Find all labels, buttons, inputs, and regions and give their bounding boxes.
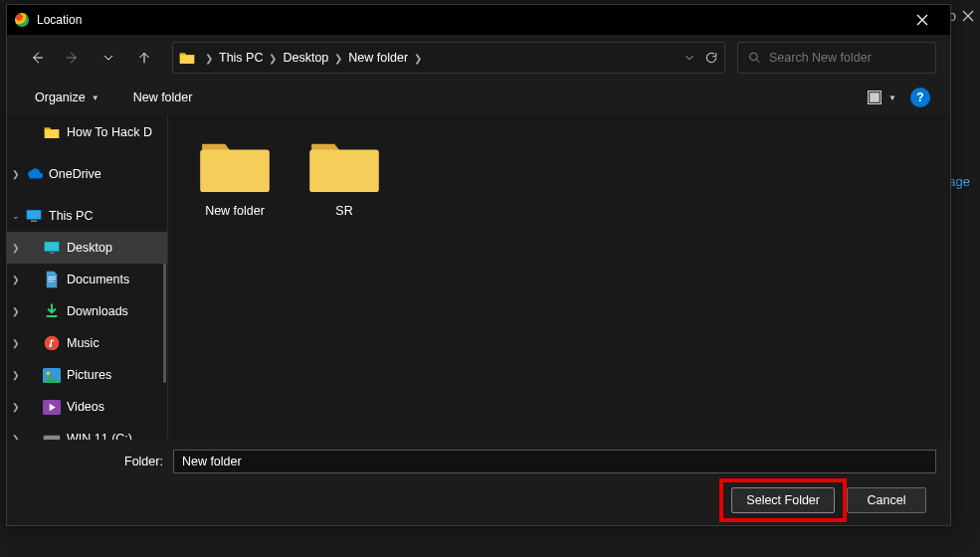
- chevron-right-icon: ❯: [332, 53, 344, 64]
- chevron-icon: ❯: [7, 169, 25, 179]
- toolbar: Organize▼ New folder ▼ ?: [7, 81, 950, 114]
- close-icon: [916, 14, 928, 26]
- search-box[interactable]: [737, 42, 936, 74]
- sidebar-item-label: This PC: [49, 209, 93, 223]
- help-button[interactable]: ?: [910, 88, 930, 107]
- sidebar-item-how-to-hack-d[interactable]: How To Hack D: [7, 116, 167, 148]
- dialog-footer: Folder: Select Folder Cancel: [7, 440, 950, 525]
- recent-button[interactable]: [93, 42, 124, 74]
- svg-rect-18: [309, 150, 379, 193]
- sidebar-item-label: How To Hack D: [67, 125, 152, 139]
- folder-icon: [179, 51, 195, 65]
- sidebar-item-downloads[interactable]: ❯Downloads: [7, 295, 167, 327]
- sidebar-item-videos[interactable]: ❯Videos: [7, 391, 167, 423]
- breadcrumb-item[interactable]: This PC: [215, 49, 267, 67]
- chevron-icon: ❯: [7, 306, 25, 316]
- onedrive-icon: [25, 166, 43, 182]
- view-icon: [867, 90, 882, 105]
- sidebar-item-documents[interactable]: ❯Documents: [7, 264, 167, 295]
- caret-down-icon[interactable]: ▼: [888, 93, 896, 102]
- body-area: How To Hack D❯OneDrive⌄This PC❯Desktop❯D…: [7, 114, 950, 440]
- svg-rect-17: [200, 150, 270, 193]
- sidebar-item-label: Desktop: [67, 241, 112, 255]
- search-icon: [748, 51, 761, 65]
- videos-icon: [43, 399, 61, 415]
- file-picker-dialog: Location ❯ This PC ❯ Desktop ❯ New folde…: [6, 4, 951, 526]
- sidebar-item-label: Downloads: [67, 304, 128, 318]
- downloads-icon: [43, 303, 61, 319]
- close-button[interactable]: [902, 5, 942, 35]
- sidebar-item-label: WIN 11 (C:): [67, 432, 132, 440]
- sidebar-item-label: Documents: [67, 273, 129, 286]
- chevron-right-icon: ❯: [267, 53, 279, 64]
- folder-item[interactable]: New folder: [190, 132, 280, 222]
- desktop-icon: [43, 240, 61, 256]
- svg-rect-8: [50, 253, 55, 255]
- breadcrumbs: ❯ This PC ❯ Desktop ❯ New folder ❯: [203, 49, 683, 67]
- back-button[interactable]: [21, 42, 53, 74]
- music-icon: [43, 335, 61, 351]
- pictures-icon: [43, 367, 61, 383]
- chevron-down-icon: [100, 50, 116, 66]
- svg-rect-2: [870, 93, 880, 102]
- svg-rect-7: [45, 243, 59, 251]
- refresh-icon[interactable]: [704, 51, 718, 65]
- sidebar-item-this-pc[interactable]: ⌄This PC: [7, 200, 167, 232]
- forward-button[interactable]: [57, 42, 89, 74]
- chevron-right-icon: ❯: [412, 53, 424, 64]
- address-bar[interactable]: ❯ This PC ❯ Desktop ❯ New folder ❯: [172, 42, 725, 74]
- sidebar-item-desktop[interactable]: ❯Desktop: [7, 232, 167, 264]
- folder-name-input[interactable]: [173, 450, 936, 473]
- sidebar-item-music[interactable]: ❯Music: [7, 327, 167, 359]
- arrow-left-icon: [29, 50, 45, 66]
- cancel-button[interactable]: Cancel: [847, 487, 926, 513]
- folder-icon: [43, 124, 61, 140]
- view-options-button[interactable]: [863, 86, 886, 109]
- folder-item[interactable]: SR: [299, 132, 389, 222]
- svg-point-12: [46, 371, 50, 375]
- chevron-icon: ❯: [7, 434, 25, 440]
- folder-content[interactable]: New folderSR: [168, 114, 950, 440]
- breadcrumb-item[interactable]: Desktop: [279, 49, 332, 67]
- organize-button[interactable]: Organize▼: [27, 87, 107, 108]
- arrow-up-icon: [136, 50, 152, 66]
- breadcrumb-item[interactable]: New folder: [344, 49, 412, 67]
- sidebar-item-pictures[interactable]: ❯Pictures: [7, 359, 167, 391]
- folder-item-label: SR: [335, 204, 352, 218]
- nav-bar: ❯ This PC ❯ Desktop ❯ New folder ❯: [7, 35, 950, 81]
- folder-icon: [305, 136, 383, 194]
- sidebar-item-onedrive[interactable]: ❯OneDrive: [7, 158, 167, 190]
- sidebar-item-label: Videos: [67, 400, 104, 414]
- chevron-icon: ⌄: [7, 211, 25, 221]
- chevron-icon: ❯: [7, 275, 25, 284]
- arrow-right-icon: [65, 50, 81, 66]
- folder-icon: [196, 136, 274, 194]
- titlebar: Location: [7, 5, 950, 35]
- sidebar-item-win-11-c-[interactable]: ❯WIN 11 (C:): [7, 423, 167, 440]
- chevron-down-icon[interactable]: [683, 51, 696, 65]
- new-folder-button[interactable]: New folder: [125, 87, 201, 108]
- sidebar-item-label: Music: [67, 336, 99, 350]
- svg-rect-4: [27, 211, 41, 219]
- svg-rect-9: [47, 315, 58, 317]
- chevron-icon: ❯: [7, 243, 25, 253]
- documents-icon: [43, 272, 61, 287]
- sidebar-tree[interactable]: How To Hack D❯OneDrive⌄This PC❯Desktop❯D…: [7, 114, 168, 440]
- sidebar-item-label: OneDrive: [49, 167, 101, 181]
- drive-icon: [43, 431, 61, 440]
- svg-rect-5: [31, 221, 37, 223]
- search-input[interactable]: [769, 51, 925, 65]
- select-folder-button[interactable]: Select Folder: [731, 487, 835, 513]
- svg-point-0: [750, 53, 758, 61]
- up-button[interactable]: [128, 42, 160, 74]
- sidebar-item-label: Pictures: [67, 368, 111, 382]
- chevron-icon: ❯: [7, 402, 25, 412]
- svg-rect-14: [44, 435, 61, 440]
- folder-item-label: New folder: [205, 204, 265, 218]
- chevron-icon: ❯: [7, 338, 25, 348]
- dialog-title: Location: [37, 13, 82, 27]
- folder-label: Folder:: [124, 455, 163, 468]
- thispc-icon: [25, 208, 43, 224]
- chevron-right-icon: ❯: [203, 53, 215, 64]
- chrome-icon: [15, 13, 29, 27]
